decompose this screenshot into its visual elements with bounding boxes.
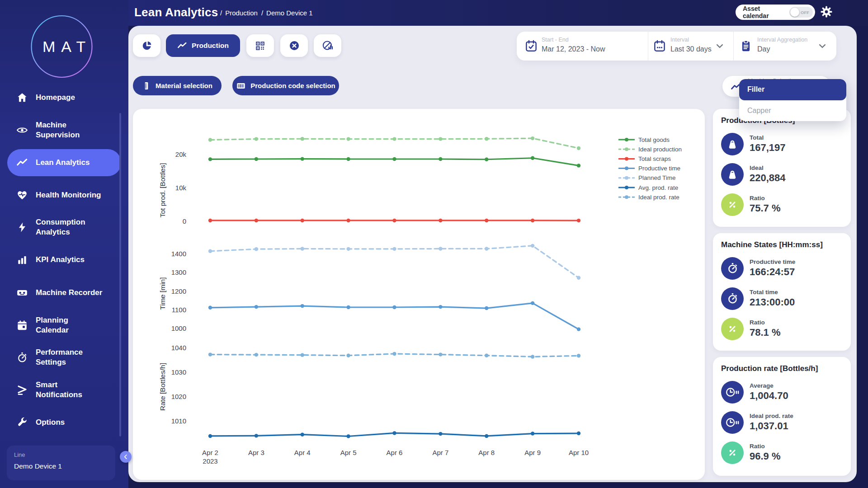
- svg-text:Ideal production: Ideal production: [638, 146, 682, 153]
- toggle-state-label: OFF: [801, 10, 809, 15]
- device-type-label: Line: [14, 451, 108, 458]
- sidebar-item-machine-supervision[interactable]: Machine Supervision: [7, 119, 121, 141]
- sidebar-item-options[interactable]: Options: [7, 415, 121, 430]
- start-end-label: Start - End: [542, 37, 569, 43]
- sidebar-item-label: Health Monitoring: [36, 190, 101, 200]
- sidebar-collapse-button[interactable]: [120, 451, 132, 463]
- machine-selection-dropdown: Filler Capper: [739, 79, 846, 121]
- percent-icon: [721, 193, 744, 216]
- stat-label: Productive time: [750, 258, 795, 265]
- interval-selector[interactable]: Interval Last 30 days: [648, 32, 733, 61]
- production-stats-card: Production [Bottles] Total 167,197 Ideal…: [713, 109, 851, 227]
- production-code-selection-label: Production code selection: [250, 82, 335, 89]
- aggregation-label: Interval Aggregation: [757, 37, 807, 43]
- top-bar: Lean Analytics / Production / Demo Devic…: [0, 0, 868, 26]
- calendar-interval-icon: [653, 39, 666, 53]
- stat-card-title: Machine States [HH:mm:ss]: [721, 240, 843, 249]
- page-title: Lean Analytics: [134, 5, 218, 19]
- material-icon: [142, 81, 151, 90]
- dropdown-option-filler[interactable]: Filler: [739, 79, 846, 100]
- asset-calendar-switch[interactable]: OFF: [789, 7, 813, 18]
- stat-row: Ideal prod. rate 1,037.01: [721, 407, 843, 437]
- stat-value: 78.1 %: [750, 327, 781, 338]
- svg-text:Tot prod. [Bottles]: Tot prod. [Bottles]: [159, 163, 166, 218]
- breadcrumb-label: Demo Device 1: [266, 9, 313, 17]
- breadcrumb-separator: /: [261, 9, 263, 17]
- production-charts: 010k20kTot prod. [Bottles]10001100120013…: [133, 109, 705, 480]
- svg-text:Productive time: Productive time: [638, 165, 680, 172]
- svg-text:0: 0: [183, 217, 186, 225]
- sidebar-item-planning-calendar[interactable]: Planning Calendar: [7, 314, 121, 337]
- stat-card-title: Production rate [Bottles/h]: [721, 364, 843, 373]
- svg-text:1010: 1010: [171, 417, 186, 425]
- heart-pulse-icon: [16, 189, 28, 201]
- sidebar-item-label: Planning Calendar: [36, 315, 94, 335]
- stat-value: 75.7 %: [750, 202, 781, 214]
- sidebar-item-consumption-analytics[interactable]: Consumption Analytics: [7, 216, 121, 239]
- stat-value: 1,004.70: [750, 390, 788, 402]
- no-chart-view-button[interactable]: [314, 34, 341, 57]
- sidebar-item-smart-notifications[interactable]: Smart Notifications: [7, 379, 121, 401]
- stat-value: 1,037.01: [750, 420, 793, 432]
- svg-text:Planned Time: Planned Time: [638, 174, 676, 181]
- dropdown-option-capper[interactable]: Capper: [739, 100, 846, 122]
- rate-clock-icon: [721, 381, 744, 404]
- svg-text:10k: 10k: [175, 184, 187, 192]
- svg-text:Total scraps: Total scraps: [638, 155, 671, 162]
- production-button-label: Production: [192, 42, 229, 50]
- aggregation-value: Day: [757, 45, 770, 53]
- breadcrumb-item[interactable]: / Production: [220, 9, 258, 17]
- qr-code-icon: [255, 40, 266, 52]
- device-selector-card[interactable]: Line Demo Device 1: [7, 446, 115, 480]
- svg-text:Apr 3: Apr 3: [248, 449, 264, 456]
- sidebar-item-lean-analytics[interactable]: Lean Analytics: [7, 149, 121, 176]
- chevron-down-icon: [819, 44, 826, 48]
- toggle-knob: [790, 8, 799, 17]
- sidebar-item-label: Smart Notifications: [36, 380, 94, 400]
- sidebar-item-label: Homepage: [36, 93, 75, 103]
- wrench-icon: [16, 417, 28, 428]
- svg-text:1100: 1100: [172, 306, 186, 314]
- stat-value: 166:24:57: [750, 266, 795, 278]
- svg-text:Apr 4: Apr 4: [294, 449, 311, 456]
- start-end-selector[interactable]: Start - End Mar 12, 2023 - Now: [517, 32, 648, 61]
- svg-text:1040: 1040: [171, 344, 186, 352]
- sidebar-item-kpi-analytics[interactable]: KPI Analytics: [7, 253, 121, 267]
- qr-code-view-button[interactable]: [246, 34, 274, 57]
- sidebar-item-homepage[interactable]: Homepage: [7, 90, 121, 105]
- sidebar-item-performance-settings[interactable]: Performance Settings: [7, 346, 121, 369]
- sidebar-scrollbar[interactable]: [119, 113, 121, 436]
- sidebar-item-label: KPI Analytics: [36, 255, 85, 265]
- clear-selection-button[interactable]: [280, 34, 308, 57]
- asset-calendar-label: Asset calendar: [743, 5, 785, 19]
- production-view-button[interactable]: Production: [166, 34, 240, 57]
- svg-text:Time [min]: Time [min]: [159, 277, 166, 310]
- svg-text:Apr 5: Apr 5: [340, 449, 357, 456]
- svg-text:Apr 2: Apr 2: [202, 449, 218, 456]
- svg-text:1300: 1300: [171, 268, 186, 276]
- svg-text:Apr 8: Apr 8: [478, 449, 495, 456]
- sidebar-item-label: Machine Supervision: [36, 120, 94, 140]
- interval-label: Interval: [670, 37, 689, 43]
- asset-calendar-toggle-pill[interactable]: Asset calendar OFF: [736, 5, 815, 20]
- interval-aggregation-selector[interactable]: Interval Aggregation Day: [733, 32, 836, 61]
- sidebar-item-machine-recorder[interactable]: Machine Recorder: [7, 286, 121, 300]
- bar-chart-icon: [16, 254, 28, 266]
- svg-text:1400: 1400: [171, 250, 186, 258]
- calendar-check-icon: [524, 39, 538, 53]
- stat-label: Total time: [750, 289, 795, 296]
- svg-text:1020: 1020: [171, 393, 186, 400]
- material-selection-button[interactable]: Material selection: [133, 76, 222, 95]
- date-filters-card: Start - End Mar 12, 2023 - Now Interval …: [517, 32, 836, 61]
- production-code-selection-button[interactable]: Production code selection: [232, 76, 339, 95]
- pie-chart-icon: [141, 40, 153, 52]
- send-icon: [16, 384, 28, 396]
- pie-chart-view-button[interactable]: [133, 34, 160, 57]
- sidebar-item-health-monitoring[interactable]: Health Monitoring: [7, 188, 121, 202]
- stat-row: Ratio 96.9 %: [721, 437, 843, 468]
- sidebar-item-label: Options: [36, 418, 65, 427]
- breadcrumb-item[interactable]: / Demo Device 1: [261, 9, 313, 17]
- device-name: Demo Device 1: [14, 462, 108, 470]
- settings-button[interactable]: [819, 5, 834, 19]
- stat-row: Total time 213:00:00: [721, 283, 843, 314]
